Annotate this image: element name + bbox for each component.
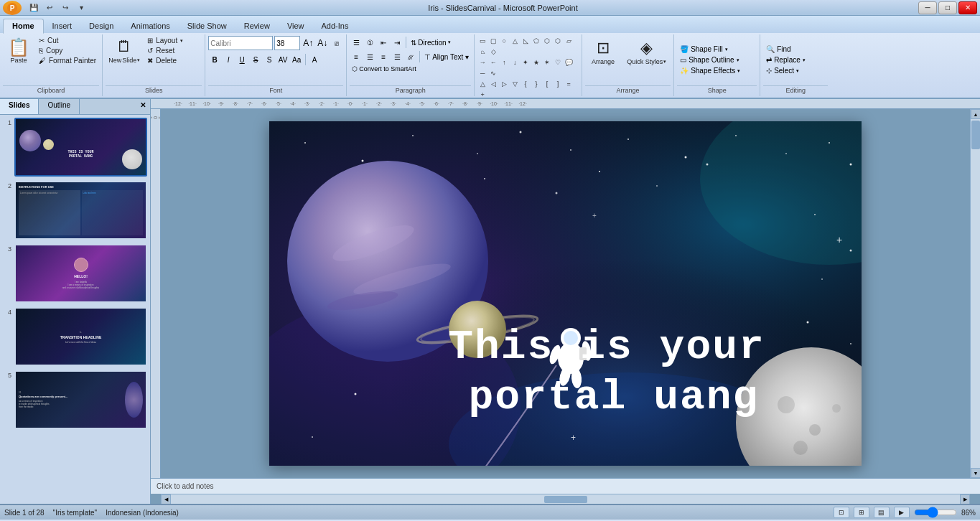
shape-more2[interactable]: ◁ xyxy=(488,79,498,89)
slide-preview-1[interactable]: THIS IS YOURPORTAL UANG xyxy=(14,118,147,177)
slide-canvas[interactable]: + + + + + xyxy=(269,121,862,466)
align-text-button[interactable]: ⊤ Align Text ▾ xyxy=(422,52,471,62)
slide-preview-3[interactable]: HELLO! I am IsabellaI am a means of insp… xyxy=(14,244,147,303)
scroll-right-button[interactable]: ▶ xyxy=(960,494,970,504)
reset-button[interactable]: ↺ Reset xyxy=(144,46,202,55)
shape-line[interactable]: ─ xyxy=(477,68,487,78)
shape-pentagon[interactable]: ⬠ xyxy=(531,36,541,46)
shape-rounded-rect[interactable]: ▢ xyxy=(488,36,498,46)
notes-bar[interactable]: Click to add notes xyxy=(151,478,980,494)
scroll-left-button[interactable]: ◀ xyxy=(161,494,171,504)
shape-star5[interactable]: ★ xyxy=(531,57,541,67)
format-painter-button[interactable]: 🖌 Format Painter xyxy=(36,56,99,65)
new-slide-button[interactable]: 🗒 New Slide ▾ xyxy=(106,36,143,65)
shape-bracket-left[interactable]: [ xyxy=(542,79,552,89)
slide-sorter-button[interactable]: ⊞ xyxy=(854,507,869,518)
align-center-button[interactable]: ☰ xyxy=(363,50,376,63)
normal-view-button[interactable]: ⊡ xyxy=(834,507,849,518)
slides-tab[interactable]: Slides xyxy=(0,99,39,114)
slide-thumb-2[interactable]: 2 INSTRUCTIONS FOR USE Lorem ipsum dolor… xyxy=(3,181,147,240)
bold-button[interactable]: B xyxy=(208,53,221,66)
slide-viewport[interactable]: + + + + + xyxy=(161,109,970,478)
font-grow-button[interactable]: A↑ xyxy=(302,37,314,50)
shape-brace-left[interactable]: { xyxy=(521,79,531,89)
bullets-button[interactable]: ☰ xyxy=(350,36,363,49)
col-button[interactable]: ⫻ xyxy=(404,50,417,63)
clear-format-button[interactable]: ⎚ xyxy=(330,37,343,50)
scroll-up-button[interactable]: ▲ xyxy=(971,109,980,119)
slide-thumb-5[interactable]: 5 01 Quotations are commonly present... … xyxy=(3,370,147,429)
scroll-thumb-v[interactable] xyxy=(971,121,980,149)
arrange-button[interactable]: ⊡ Arrange xyxy=(585,36,621,68)
shape-triangle[interactable]: △ xyxy=(510,36,520,46)
font-color-button[interactable]: A xyxy=(308,53,321,66)
slide-thumb-3[interactable]: 3 HELLO! I am IsabellaI am a means of in… xyxy=(3,244,147,303)
scroll-thumb-h[interactable] xyxy=(544,496,587,503)
tab-view[interactable]: View xyxy=(279,19,313,33)
select-button[interactable]: ⊹ Select ▾ xyxy=(763,66,828,75)
shape-equation[interactable]: = xyxy=(564,79,574,89)
shape-more1[interactable]: △ xyxy=(477,79,487,89)
shape-diamond[interactable]: ◇ xyxy=(488,47,498,57)
close-button[interactable]: ✕ xyxy=(958,1,977,14)
tab-design[interactable]: Design xyxy=(80,19,122,33)
text-direction-button[interactable]: ⇅ Direction ▾ xyxy=(409,38,452,47)
shape-star6[interactable]: ✶ xyxy=(542,57,552,67)
slide-thumb-1[interactable]: 1 THIS IS YOURPORTAL UANG xyxy=(3,118,147,177)
shape-curve[interactable]: ∿ xyxy=(488,68,498,78)
zoom-slider[interactable] xyxy=(914,509,957,516)
font-size-input[interactable] xyxy=(274,36,300,50)
slide-thumb-4[interactable]: 4 1. TRANSITION HEADLINE Let's move with… xyxy=(3,307,147,366)
tab-slideshow[interactable]: Slide Show xyxy=(179,19,235,33)
shape-brace-right[interactable]: } xyxy=(531,79,541,89)
quick-redo[interactable]: ↪ xyxy=(59,2,72,14)
layout-button[interactable]: ⊞ Layout ▾ xyxy=(144,36,202,45)
shape-octagon[interactable]: ⬡ xyxy=(553,36,563,46)
tab-addins[interactable]: Add-Ins xyxy=(313,19,358,33)
slide-preview-2[interactable]: INSTRUCTIONS FOR USE Lorem ipsum dolor s… xyxy=(14,181,147,240)
font-shrink-button[interactable]: A↓ xyxy=(316,37,329,50)
shape-more4[interactable]: ▽ xyxy=(510,79,520,89)
strikethrough-button[interactable]: S xyxy=(249,53,262,66)
justify-button[interactable]: ☰ xyxy=(391,50,403,63)
scroll-track-h[interactable] xyxy=(171,494,960,504)
slide-preview-4[interactable]: 1. TRANSITION HEADLINE Let's move with t… xyxy=(14,307,147,366)
panel-close-button[interactable]: ✕ xyxy=(136,99,150,114)
quick-undo[interactable]: ↩ xyxy=(43,2,56,14)
align-left-button[interactable]: ≡ xyxy=(350,50,363,63)
quick-styles-button[interactable]: ◈ Quick Styles ▾ xyxy=(622,36,671,68)
slideshow-button[interactable]: ▶ xyxy=(894,507,910,518)
increase-indent-button[interactable]: ⇥ xyxy=(391,36,403,49)
underline-button[interactable]: U xyxy=(235,53,248,66)
shape-effects-button[interactable]: ✨ Shape Effects ▾ xyxy=(677,66,743,75)
scroll-down-button[interactable]: ▼ xyxy=(971,468,980,478)
shape-fill-button[interactable]: 🪣 Shape Fill ▾ xyxy=(677,44,742,54)
delete-button[interactable]: ✖ Delete xyxy=(144,56,202,65)
shape-arrow-up[interactable]: ↑ xyxy=(499,57,509,67)
reading-view-button[interactable]: ▤ xyxy=(874,507,890,518)
tab-insert[interactable]: Insert xyxy=(44,19,81,33)
find-button[interactable]: 🔍 Find xyxy=(763,44,828,54)
quick-customize[interactable]: ▾ xyxy=(75,2,88,14)
shape-outline-button[interactable]: ▭ Shape Outline ▾ xyxy=(677,55,742,65)
slide-preview-5[interactable]: 01 Quotations are commonly present... as… xyxy=(14,370,147,429)
shape-arrow-left[interactable]: ← xyxy=(488,57,498,67)
italic-button[interactable]: I xyxy=(222,53,235,66)
scrollbar-vertical[interactable]: ▲ ▼ xyxy=(970,109,980,478)
align-right-button[interactable]: ≡ xyxy=(377,50,390,63)
tab-review[interactable]: Review xyxy=(235,19,279,33)
replace-button[interactable]: ⇄ Replace ▾ xyxy=(763,55,828,65)
cut-button[interactable]: ✂ Cut xyxy=(36,36,99,45)
tab-home[interactable]: Home xyxy=(3,19,44,34)
char-spacing-button[interactable]: AV xyxy=(276,53,289,66)
font-name-input[interactable] xyxy=(208,36,273,50)
decrease-indent-button[interactable]: ⇤ xyxy=(377,36,390,49)
minimize-button[interactable]: ─ xyxy=(918,1,937,14)
shape-parallelogram[interactable]: ▱ xyxy=(564,36,574,46)
copy-button[interactable]: ⎘ Copy xyxy=(36,46,99,55)
shape-circle[interactable]: ○ xyxy=(499,36,509,46)
maximize-button[interactable]: □ xyxy=(938,1,957,14)
shape-rect[interactable]: ▭ xyxy=(477,36,487,46)
change-case-button[interactable]: Aa xyxy=(290,53,303,66)
outline-tab[interactable]: Outline xyxy=(39,99,80,114)
